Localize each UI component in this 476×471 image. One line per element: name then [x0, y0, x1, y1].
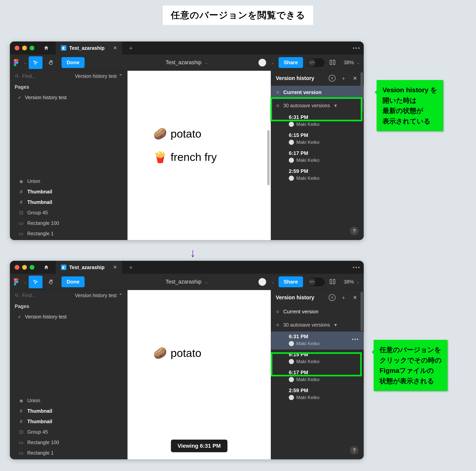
- layer-item[interactable]: ▭Rectangle 100: [10, 218, 128, 228]
- library-icon[interactable]: [329, 59, 336, 66]
- add-version-button[interactable]: ＋: [340, 293, 347, 302]
- canvas-scrollbar[interactable]: [267, 130, 270, 185]
- search-input[interactable]: [22, 292, 46, 298]
- cursor-icon: [33, 279, 38, 285]
- filter-button[interactable]: ≡: [328, 293, 336, 302]
- current-version-row[interactable]: Current version: [271, 305, 364, 318]
- check-icon: ✓: [18, 95, 21, 100]
- layer-label: Group 45: [27, 210, 48, 215]
- autosave-group-row[interactable]: 30 autosave versions ▾: [271, 99, 364, 112]
- share-button[interactable]: Share: [278, 57, 303, 68]
- close-tab-icon[interactable]: ✕: [113, 265, 117, 270]
- version-entry[interactable]: 6:15 PM Maki Keiko: [271, 350, 364, 368]
- autosave-group-row[interactable]: 30 autosave versions ▾: [271, 318, 364, 331]
- user-avatar[interactable]: [258, 278, 267, 286]
- layer-label: Thumbnail: [27, 408, 52, 414]
- new-tab-button[interactable]: ＋: [128, 44, 134, 52]
- layer-item[interactable]: ⊡Group 45: [10, 208, 128, 218]
- chevron-up-icon: ⌃: [119, 73, 123, 79]
- new-tab-button[interactable]: ＋: [128, 263, 134, 272]
- viewing-version-toast: Viewing 6:31 PM: [171, 439, 227, 452]
- layer-item[interactable]: ▭Rectangle 100: [10, 437, 128, 448]
- library-icon[interactable]: [329, 278, 336, 285]
- page-item[interactable]: ✓ Version history test: [10, 312, 128, 322]
- window-menu-icon[interactable]: •••: [353, 264, 360, 271]
- hand-tool-button[interactable]: [44, 276, 58, 288]
- rectangle-icon: ▭: [18, 451, 24, 455]
- help-button[interactable]: ?: [350, 227, 358, 235]
- union-icon: ◆: [18, 398, 24, 403]
- user-avatar[interactable]: [258, 59, 267, 67]
- rectangle-icon: ▭: [18, 440, 24, 445]
- document-title[interactable]: Test_azaraship ⌄: [166, 60, 208, 65]
- close-window-button[interactable]: [15, 46, 19, 50]
- file-tab[interactable]: ◧ Test_azaraship ✕: [56, 261, 122, 274]
- figma-menu-button[interactable]: [14, 278, 21, 286]
- search-input[interactable]: [22, 73, 46, 79]
- file-tab[interactable]: ◧ Test_azaraship ✕: [56, 42, 122, 54]
- chevron-down-icon[interactable]: ⌄: [24, 279, 27, 284]
- layer-item[interactable]: ⊡Group 45: [10, 427, 128, 437]
- panel-scrollbar[interactable]: [360, 72, 363, 112]
- version-entry[interactable]: 6:17 PM Maki Keiko: [271, 148, 364, 166]
- caret-down-icon: ▾: [334, 102, 337, 109]
- version-entry[interactable]: 6:31 PM Maki Keiko: [271, 112, 364, 130]
- zoom-control[interactable]: 38% ⌄: [344, 279, 360, 285]
- layer-item[interactable]: ▭Rectangle 1: [10, 448, 128, 458]
- layer-item[interactable]: ▭Rectangle 1: [10, 228, 128, 239]
- page-selector[interactable]: Version history test ⌃: [75, 73, 123, 79]
- layer-label: Union: [27, 398, 40, 404]
- author-avatar: [289, 395, 294, 400]
- home-button[interactable]: [40, 262, 52, 272]
- version-history-panel: Version history ≡ ＋ ✕ Current version 30…: [271, 290, 364, 459]
- hand-tool-button[interactable]: [44, 56, 58, 69]
- layer-item[interactable]: ◆Union: [10, 176, 128, 186]
- panel-scrollbar[interactable]: [360, 292, 363, 331]
- search-icon: [15, 293, 19, 298]
- move-tool-button[interactable]: [29, 56, 42, 69]
- home-button[interactable]: [40, 43, 52, 53]
- close-panel-button[interactable]: ✕: [351, 293, 359, 302]
- dev-mode-toggle[interactable]: </>: [307, 58, 325, 67]
- version-entry[interactable]: 6:15 PM Maki Keiko: [271, 130, 364, 148]
- canvas[interactable]: 🥔potato Viewing 6:31 PM: [128, 290, 271, 459]
- layer-item[interactable]: #Thumbnail: [10, 406, 128, 416]
- version-dot-icon: [276, 310, 279, 313]
- close-window-button[interactable]: [15, 265, 19, 270]
- version-entry[interactable]: 6:31 PM Maki Keiko •••: [271, 331, 364, 350]
- share-button[interactable]: Share: [278, 276, 303, 287]
- close-panel-button[interactable]: ✕: [351, 74, 359, 82]
- more-options-icon[interactable]: •••: [352, 336, 359, 342]
- move-tool-button[interactable]: [29, 276, 42, 288]
- done-button[interactable]: Done: [62, 57, 85, 68]
- page-selector[interactable]: Version history test ⌃: [75, 292, 123, 298]
- chevron-down-icon[interactable]: ⌄: [24, 60, 27, 65]
- chevron-down-icon[interactable]: ⌄: [271, 279, 274, 284]
- version-entry[interactable]: 2:59 PM Maki Keiko: [271, 166, 364, 184]
- minimize-window-button[interactable]: [22, 46, 27, 50]
- zoom-control[interactable]: 38% ⌄: [344, 60, 360, 65]
- filter-button[interactable]: ≡: [328, 74, 336, 82]
- layer-item[interactable]: #Thumbnail: [10, 186, 128, 197]
- layer-item[interactable]: ◆Union: [10, 395, 128, 406]
- done-button[interactable]: Done: [62, 276, 85, 287]
- maximize-window-button[interactable]: [30, 46, 34, 50]
- dev-mode-toggle[interactable]: </>: [307, 277, 325, 287]
- document-title[interactable]: Test_azaraship ⌄: [166, 279, 208, 285]
- add-version-button[interactable]: ＋: [340, 74, 347, 82]
- help-button[interactable]: ?: [350, 446, 358, 455]
- figma-menu-button[interactable]: [14, 59, 21, 66]
- maximize-window-button[interactable]: [30, 265, 34, 270]
- version-entry[interactable]: 6:17 PM Maki Keiko: [271, 368, 364, 386]
- arrow-down-icon: ↓: [190, 246, 196, 260]
- close-tab-icon[interactable]: ✕: [113, 46, 117, 50]
- canvas[interactable]: 🥔potato 🍟french fry: [128, 71, 271, 240]
- window-menu-icon[interactable]: •••: [353, 45, 360, 51]
- version-entry[interactable]: 2:59 PM Maki Keiko: [271, 386, 364, 404]
- layer-item[interactable]: #Thumbnail: [10, 197, 128, 208]
- chevron-down-icon[interactable]: ⌄: [271, 60, 274, 65]
- layer-item[interactable]: #Thumbnail: [10, 416, 128, 427]
- current-version-row[interactable]: Current version: [271, 86, 364, 99]
- minimize-window-button[interactable]: [22, 265, 27, 270]
- page-item[interactable]: ✓ Version history test: [10, 93, 128, 102]
